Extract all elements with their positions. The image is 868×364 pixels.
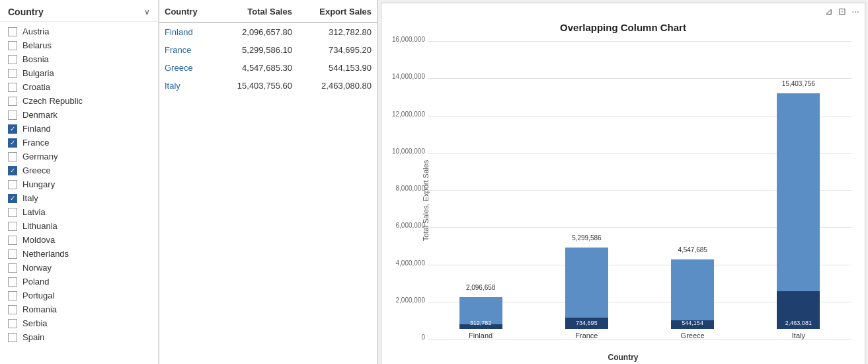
filter-checkbox[interactable]: [8, 222, 17, 231]
filter-item[interactable]: Norway: [0, 261, 158, 275]
filter-item-label: Italy: [22, 193, 38, 203]
filter-checkbox[interactable]: [8, 138, 17, 148]
expand-icon[interactable]: ⊡: [838, 6, 846, 17]
filter-item-label: Belarus: [22, 40, 52, 50]
chart-grid: 16,000,00014,000,00012,000,00010,000,000…: [428, 41, 851, 340]
filter-item-label: Croatia: [22, 82, 50, 92]
filter-item[interactable]: Latvia: [0, 205, 158, 219]
filter-checkbox[interactable]: [8, 208, 17, 217]
cell-export-sales: 734,695.20: [297, 41, 377, 59]
more-options-icon[interactable]: ···: [851, 6, 859, 17]
filter-checkbox[interactable]: [8, 111, 17, 120]
filter-item-label: Latvia: [22, 207, 46, 217]
filter-item[interactable]: Moldova: [0, 233, 158, 247]
bar-x-label: France: [575, 332, 598, 340]
filter-item-label: Moldova: [22, 235, 55, 245]
filter-checkbox[interactable]: [8, 236, 17, 245]
filter-checkbox[interactable]: [8, 305, 17, 314]
cell-country: France: [159, 41, 214, 59]
cell-export-sales: 312,782.80: [297, 23, 377, 41]
filter-checkbox[interactable]: [8, 319, 17, 328]
filter-item-label: Lithuania: [22, 221, 58, 231]
filter-checkbox[interactable]: [8, 291, 17, 300]
filter-item[interactable]: Bulgaria: [0, 66, 158, 80]
filter-item-label: Denmark: [22, 110, 58, 120]
filter-item-label: Norway: [22, 263, 52, 273]
filter-checkbox[interactable]: [8, 124, 17, 134]
filter-item-label: Portugal: [22, 291, 54, 300]
filter-item[interactable]: Serbia: [0, 316, 158, 330]
bar-total-label: 15,403,756: [782, 80, 815, 87]
filter-checkbox[interactable]: [8, 41, 17, 50]
filter-checkbox[interactable]: [8, 180, 17, 189]
filter-item[interactable]: Italy: [0, 191, 158, 205]
bar-wrapper: 2,096,658312,782: [459, 297, 502, 329]
chart-panel: ⊿ ⊡ ··· Overlapping Column Chart Total S…: [381, 3, 865, 364]
filter-item[interactable]: Denmark: [0, 108, 158, 122]
bar-total: 5,299,586: [565, 248, 608, 329]
cell-total-sales: 5,299,586.10: [214, 41, 297, 59]
filter-item[interactable]: Greece: [0, 163, 158, 177]
bar-export: 2,463,081: [777, 291, 820, 329]
filter-checkbox[interactable]: [8, 55, 17, 64]
panel-divider-2: [377, 0, 378, 364]
table-row: Finland2,096,657.80312,782.80: [159, 23, 377, 41]
data-table: Country Total Sales Export Sales Finland…: [159, 0, 377, 95]
y-axis-tick-label: 4,000,000: [389, 259, 425, 267]
filter-checkbox[interactable]: [8, 97, 17, 106]
bar-x-label: Greece: [681, 332, 705, 340]
filter-item[interactable]: Lithuania: [0, 219, 158, 233]
filter-item-label: Poland: [22, 277, 49, 287]
filter-item[interactable]: Belarus: [0, 38, 158, 52]
bar-total-label: 2,096,658: [466, 284, 496, 291]
cell-export-sales: 2,463,080.80: [297, 77, 377, 95]
filter-item-label: Spain: [22, 332, 44, 342]
filter-item[interactable]: Hungary: [0, 177, 158, 191]
filter-item[interactable]: Croatia: [0, 80, 158, 94]
bar-export-label: 544,154: [682, 320, 703, 326]
filter-checkbox[interactable]: [8, 69, 17, 78]
col-header-export-sales: Export Sales: [297, 0, 377, 23]
table-panel: Country Total Sales Export Sales Finland…: [159, 0, 377, 364]
filter-header: Country ∨: [0, 0, 158, 22]
y-axis-tick-label: 16,000,000: [389, 36, 425, 43]
filter-checkbox[interactable]: [8, 27, 17, 36]
y-axis-tick-label: 0: [389, 334, 425, 341]
filter-item[interactable]: Spain: [0, 330, 158, 344]
table-row: France5,299,586.10734,695.20: [159, 41, 377, 59]
chart-area: Total Sales, Export Sales 16,000,00014,0…: [381, 34, 865, 364]
filter-item[interactable]: Romania: [0, 302, 158, 316]
table-row: Greece4,547,685.30544,153.90: [159, 59, 377, 77]
bar-export: 544,154: [671, 320, 714, 329]
filter-item[interactable]: Austria: [0, 24, 158, 38]
chevron-down-icon[interactable]: ∨: [144, 7, 150, 17]
filter-checkbox[interactable]: [8, 152, 17, 161]
filter-item-label: Greece: [22, 165, 51, 175]
filter-item[interactable]: Poland: [0, 275, 158, 289]
filter-icon[interactable]: ⊿: [825, 6, 833, 17]
y-axis-tick-label: 2,000,000: [389, 296, 425, 304]
filter-checkbox[interactable]: [8, 263, 17, 273]
filter-item[interactable]: France: [0, 136, 158, 150]
cell-country: Italy: [159, 77, 214, 95]
filter-item[interactable]: Netherlands: [0, 247, 158, 261]
cell-country: Greece: [159, 59, 214, 77]
filter-item-label: Germany: [22, 152, 58, 161]
bar-total-label: 4,547,685: [678, 246, 707, 253]
filter-item[interactable]: Germany: [0, 150, 158, 163]
cell-country: Finland: [159, 23, 214, 41]
filter-checkbox[interactable]: [8, 166, 17, 175]
y-axis-tick-label: 10,000,000: [389, 148, 425, 155]
filter-item[interactable]: Bosnia: [0, 52, 158, 66]
filter-checkbox[interactable]: [8, 83, 17, 92]
bar-export-label: 2,463,081: [785, 320, 812, 326]
filter-checkbox[interactable]: [8, 250, 17, 259]
filter-item[interactable]: Portugal: [0, 289, 158, 302]
cell-total-sales: 4,547,685.30: [214, 59, 297, 77]
filter-checkbox[interactable]: [8, 277, 17, 287]
filter-checkbox[interactable]: [8, 333, 17, 342]
filter-checkbox[interactable]: [8, 194, 17, 203]
filter-item[interactable]: Czech Republic: [0, 94, 158, 108]
chart-toolbar: ⊿ ⊡ ···: [381, 3, 865, 19]
filter-item[interactable]: Finland: [0, 122, 158, 136]
